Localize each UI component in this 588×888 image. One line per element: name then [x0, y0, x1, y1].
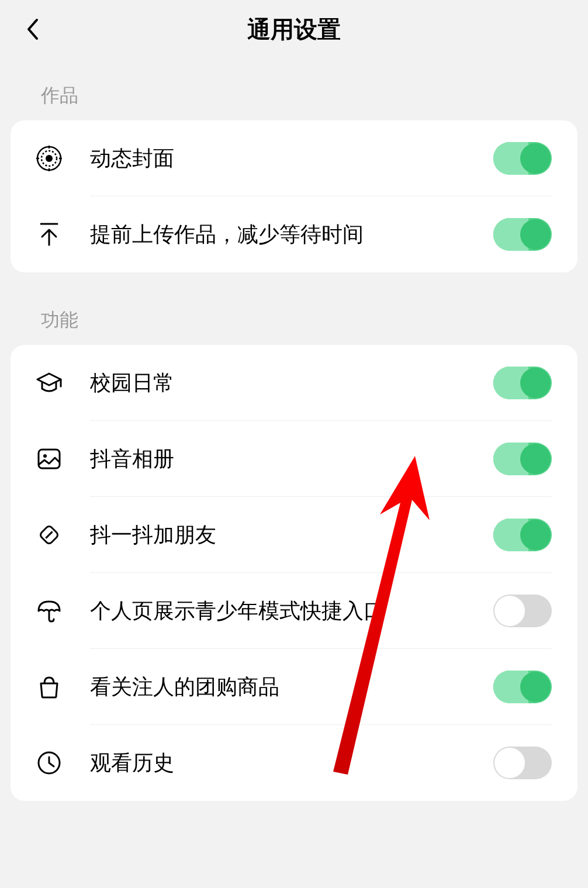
row-label: 观看历史 [90, 749, 493, 778]
shopping-bag-icon [36, 674, 62, 700]
graduation-cap-icon [36, 370, 62, 396]
row-label: 个人页展示青少年模式快捷入口 [90, 597, 493, 626]
row-teen-mode: 个人页展示青少年模式快捷入口 [11, 573, 577, 649]
toggle-dynamic-cover[interactable] [493, 142, 552, 175]
toggle-shake[interactable] [493, 519, 552, 551]
page-title: 通用设置 [247, 13, 341, 46]
row-label: 看关注人的团购商品 [90, 673, 493, 702]
section-label-works: 作品 [0, 58, 588, 120]
row-dynamic-cover: 动态封面 [11, 120, 577, 196]
target-icon [36, 146, 62, 171]
clock-icon [36, 750, 62, 776]
row-label: 提前上传作品，减少等待时间 [90, 220, 493, 249]
row-preupload: 提前上传作品，减少等待时间 [11, 196, 577, 272]
row-watch-history: 观看历史 [11, 725, 577, 801]
row-label: 校园日常 [90, 369, 493, 398]
toggle-campus[interactable] [493, 367, 552, 399]
svg-point-10 [43, 454, 47, 458]
toggle-preupload[interactable] [493, 218, 552, 251]
row-label: 抖音相册 [90, 445, 493, 474]
shake-icon [36, 522, 62, 548]
chevron-left-icon [25, 18, 40, 41]
features-card: 校园日常 抖音相册 抖一抖加朋友 [11, 345, 577, 801]
umbrella-icon [36, 598, 62, 624]
toggle-teen-mode[interactable] [493, 595, 552, 627]
toggle-group-buy[interactable] [493, 671, 552, 703]
svg-point-0 [46, 155, 53, 162]
row-shake: 抖一抖加朋友 [11, 497, 577, 573]
row-label: 动态封面 [90, 144, 493, 173]
photo-icon [36, 446, 62, 472]
row-label: 抖一抖加朋友 [90, 521, 493, 550]
toggle-watch-history[interactable] [493, 747, 552, 779]
back-button[interactable] [20, 18, 44, 41]
section-label-features: 功能 [0, 283, 588, 345]
row-group-buy: 看关注人的团购商品 [11, 649, 577, 725]
row-campus: 校园日常 [11, 345, 577, 421]
svg-line-12 [46, 531, 52, 538]
upload-icon [36, 222, 62, 247]
works-card: 动态封面 提前上传作品，减少等待时间 [11, 120, 577, 272]
row-album: 抖音相册 [11, 421, 577, 497]
toggle-album[interactable] [493, 443, 552, 475]
header: 通用设置 [0, 0, 588, 58]
